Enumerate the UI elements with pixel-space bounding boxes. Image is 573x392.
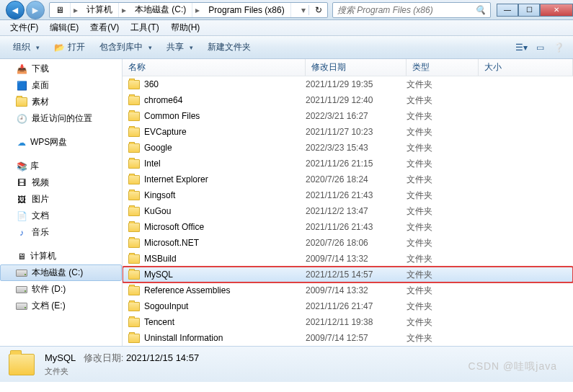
folder-icon	[128, 143, 140, 153]
breadcrumb-seg-0[interactable]: 计算机	[81, 3, 119, 17]
sidebar-item-wps[interactable]: ☁WPS网盘	[0, 134, 122, 151]
breadcrumb-root-icon[interactable]: 🖥	[50, 3, 71, 17]
sidebar-group-library[interactable]: 📚库	[0, 158, 122, 174]
file-date: 2021/11/26 21:43	[306, 222, 407, 232]
file-type: 文件夹	[407, 79, 479, 91]
table-row[interactable]: Tencent2021/12/11 19:38文件夹	[123, 314, 573, 330]
organize-button[interactable]: 组织	[7, 38, 45, 56]
table-row[interactable]: Internet Explorer2020/7/26 18:24文件夹	[123, 172, 573, 187]
menu-help[interactable]: 帮助(H)	[165, 20, 206, 35]
nav-back-button[interactable]: ◄	[6, 1, 25, 19]
sidebar-item-drive-e[interactable]: 文档 (E:)	[0, 298, 122, 314]
file-name: Internet Explorer	[144, 174, 208, 184]
table-row[interactable]: Reference Assemblies2009/7/14 13:32文件夹	[123, 282, 573, 298]
file-name: MySQL	[144, 270, 173, 280]
toolbar: 组织 📂打开 包含到库中 共享 新建文件夹 ☰▾ ▭ ❔	[0, 36, 573, 59]
file-type: 文件夹	[407, 94, 479, 107]
sidebar-group-computer[interactable]: 🖥计算机	[0, 248, 122, 264]
table-row[interactable]: Uninstall Information2009/7/14 12:57文件夹	[123, 330, 573, 346]
breadcrumb[interactable]: 🖥▸ 计算机▸ 本地磁盘 (C:)▸ Program Files (x86) ▾…	[49, 2, 328, 18]
picture-icon: 🖼	[16, 194, 27, 205]
close-button[interactable]: ✕	[540, 4, 573, 17]
file-name: SogouInput	[144, 301, 188, 311]
table-row[interactable]: EVCapture2021/11/27 10:23文件夹	[123, 124, 573, 140]
file-type: 文件夹	[407, 300, 479, 313]
sidebar-item-recent[interactable]: 🕘最近访问的位置	[0, 110, 122, 127]
status-type: 文件夹	[45, 366, 199, 377]
sidebar-item-music[interactable]: ♪音乐	[0, 224, 122, 241]
breadcrumb-seg-1[interactable]: 本地磁盘 (C:)	[129, 3, 192, 17]
table-row[interactable]: SogouInput2021/11/26 21:47文件夹	[123, 298, 573, 314]
file-date: 2009/7/14 13:32	[306, 285, 407, 295]
file-date: 2021/11/29 19:35	[306, 79, 407, 89]
open-button[interactable]: 📂打开	[48, 38, 91, 56]
sidebar-item-drive-d[interactable]: 软件 (D:)	[0, 281, 122, 298]
sidebar-item-desktop[interactable]: 🟦桌面	[0, 77, 122, 94]
table-row[interactable]: Microsoft Office2021/11/26 21:43文件夹	[123, 219, 573, 235]
file-list[interactable]: 名称 修改日期 类型 大小 3602021/11/29 19:35文件夹chro…	[123, 59, 573, 346]
minimize-button[interactable]: —	[497, 4, 518, 17]
sidebar: 📥下载 🟦桌面 素材 🕘最近访问的位置 ☁WPS网盘 📚库 🎞视频 🖼图片 📄文…	[0, 59, 123, 346]
folder-icon	[128, 302, 140, 311]
search-input[interactable]: 🔍	[332, 2, 491, 18]
sidebar-item-drive-c[interactable]: 本地磁盘 (C:)	[0, 264, 122, 281]
newfolder-button[interactable]: 新建文件夹	[202, 38, 257, 56]
table-row[interactable]: chrome642021/11/29 12:40文件夹	[123, 92, 573, 108]
folder-icon	[16, 97, 27, 107]
table-row[interactable]: KuGou2021/12/2 13:47文件夹	[123, 203, 573, 219]
help-icon[interactable]: ❔	[551, 40, 566, 55]
file-date: 2020/7/26 18:06	[306, 238, 407, 248]
folder-icon	[128, 175, 140, 184]
folder-icon	[128, 334, 140, 343]
column-size[interactable]: 大小	[479, 59, 573, 76]
share-button[interactable]: 共享	[161, 38, 199, 56]
table-row[interactable]: MSBuild2009/7/14 13:32文件夹	[123, 251, 573, 267]
file-name: Microsoft.NET	[144, 238, 199, 248]
column-name[interactable]: 名称	[123, 59, 306, 76]
refresh-icon[interactable]: ↻	[308, 5, 327, 15]
cloud-icon: ☁	[16, 137, 27, 148]
nav-forward-button[interactable]: ►	[26, 1, 45, 19]
sidebar-item-documents[interactable]: 📄文档	[0, 208, 122, 224]
drive-icon	[16, 270, 27, 277]
breadcrumb-dropdown[interactable]: ▾	[298, 5, 308, 15]
file-name: Microsoft Office	[144, 222, 204, 232]
table-row[interactable]: MySQL2021/12/15 14:57文件夹	[123, 267, 573, 282]
breadcrumb-seg-2[interactable]: Program Files (x86)	[203, 3, 290, 17]
sidebar-item-video[interactable]: 🎞视频	[0, 174, 122, 191]
file-name: Kingsoft	[144, 190, 175, 200]
preview-pane-icon[interactable]: ▭	[533, 40, 547, 55]
menu-tools[interactable]: 工具(T)	[125, 20, 164, 35]
file-date: 2021/11/27 10:23	[306, 127, 407, 137]
file-date: 2021/11/26 21:15	[306, 159, 407, 169]
search-icon: 🔍	[475, 5, 486, 15]
folder-icon	[128, 239, 140, 248]
file-date: 2021/11/29 12:40	[306, 95, 407, 105]
sidebar-item-downloads[interactable]: 📥下载	[0, 61, 122, 77]
view-mode-icon[interactable]: ☰▾	[514, 40, 528, 55]
table-row[interactable]: Kingsoft2021/11/26 21:43文件夹	[123, 187, 573, 203]
column-type[interactable]: 类型	[407, 59, 479, 76]
file-date: 2009/7/14 13:32	[306, 254, 407, 264]
table-row[interactable]: Intel2021/11/26 21:15文件夹	[123, 156, 573, 172]
file-date: 2021/12/2 13:47	[306, 206, 407, 216]
table-row[interactable]: Microsoft.NET2020/7/26 18:06文件夹	[123, 235, 573, 251]
desktop-icon: 🟦	[16, 80, 27, 92]
maximize-button[interactable]: ☐	[518, 4, 540, 17]
open-icon: 📂	[54, 43, 65, 53]
column-headers: 名称 修改日期 类型 大小	[123, 59, 573, 76]
sidebar-item-materials[interactable]: 素材	[0, 94, 122, 110]
sidebar-item-pictures[interactable]: 🖼图片	[0, 191, 122, 208]
table-row[interactable]: 3602021/11/29 19:35文件夹	[123, 76, 573, 92]
include-button[interactable]: 包含到库中	[94, 38, 158, 56]
column-date[interactable]: 修改日期	[306, 59, 407, 76]
file-type: 文件夹	[407, 174, 479, 186]
table-row[interactable]: Common Files2022/3/21 16:27文件夹	[123, 108, 573, 124]
folder-icon	[128, 112, 140, 121]
recent-icon: 🕘	[16, 113, 27, 125]
table-row[interactable]: Google2022/3/23 15:43文件夹	[123, 140, 573, 156]
menu-edit[interactable]: 编辑(E)	[44, 20, 84, 35]
menu-file[interactable]: 文件(F)	[4, 20, 44, 35]
file-date: 2022/3/21 16:27	[306, 111, 407, 121]
menu-view[interactable]: 查看(V)	[84, 20, 125, 35]
